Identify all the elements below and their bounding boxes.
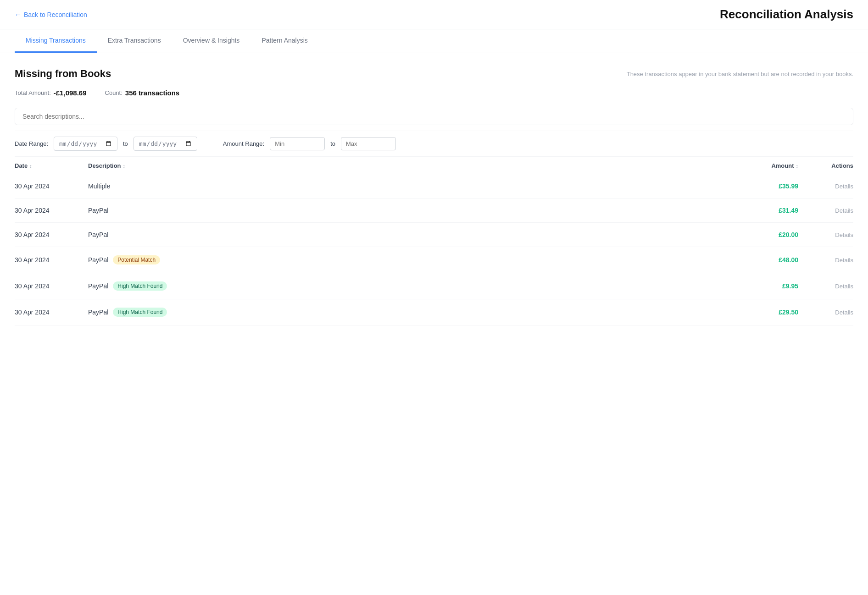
- cell-amount: £48.00: [725, 256, 798, 264]
- high-match-badge: High Match Found: [113, 281, 167, 291]
- amount-max-input[interactable]: [341, 137, 396, 150]
- cell-amount: £29.50: [725, 309, 798, 316]
- description-text: PayPal: [88, 256, 108, 264]
- total-amount-item: Total Amount: -£1,098.69: [15, 89, 87, 97]
- section-description: These transactions appear in your bank s…: [627, 68, 853, 77]
- table-row: 30 Apr 2024 Multiple £35.99 Details: [15, 174, 853, 198]
- description-text: PayPal: [88, 282, 108, 290]
- search-container: [15, 108, 853, 125]
- table-row: 30 Apr 2024 PayPal High Match Found £9.9…: [15, 273, 853, 299]
- amount-range-to-text: to: [330, 140, 335, 147]
- tab-missing-transactions[interactable]: Missing Transactions: [15, 29, 97, 53]
- total-amount-value: -£1,098.69: [54, 89, 87, 97]
- details-button[interactable]: Details: [798, 207, 853, 214]
- col-header-amount[interactable]: Amount ↕: [725, 162, 798, 169]
- cell-description: PayPal: [88, 207, 725, 214]
- table-container: Date ↕ Description ↕ Amount ↕ Actions 30…: [15, 157, 853, 325]
- cell-amount: £35.99: [725, 182, 798, 190]
- cell-date: 30 Apr 2024: [15, 207, 88, 214]
- tab-extra-transactions[interactable]: Extra Transactions: [97, 29, 172, 53]
- filters-row: Date Range: to Amount Range: to: [15, 131, 853, 157]
- description-text: Multiple: [88, 182, 110, 190]
- cell-date: 30 Apr 2024: [15, 282, 88, 290]
- amount-min-input[interactable]: [270, 137, 325, 150]
- description-sort-icon: ↕: [123, 163, 126, 169]
- potential-match-badge: Potential Match: [113, 255, 160, 264]
- cell-description: PayPal: [88, 231, 725, 238]
- table-row: 30 Apr 2024 PayPal Potential Match £48.0…: [15, 247, 853, 273]
- cell-date: 30 Apr 2024: [15, 256, 88, 264]
- total-amount-label: Total Amount:: [15, 89, 51, 96]
- back-link-label: Back to Reconciliation: [24, 11, 87, 18]
- tab-pattern-analysis[interactable]: Pattern Analysis: [250, 29, 318, 53]
- col-header-description[interactable]: Description ↕: [88, 162, 725, 169]
- table-row: 30 Apr 2024 PayPal £31.49 Details: [15, 198, 853, 223]
- cell-date: 30 Apr 2024: [15, 309, 88, 316]
- count-label: Count:: [105, 89, 122, 96]
- date-range-label: Date Range:: [15, 140, 48, 147]
- date-sort-icon: ↕: [29, 163, 32, 169]
- tabs-container: Missing Transactions Extra Transactions …: [0, 29, 868, 53]
- table-row: 30 Apr 2024 PayPal High Match Found £29.…: [15, 299, 853, 325]
- back-arrow-icon: ←: [15, 11, 21, 18]
- cell-date: 30 Apr 2024: [15, 231, 88, 238]
- high-match-badge: High Match Found: [113, 308, 167, 317]
- summary-row: Total Amount: -£1,098.69 Count: 356 tran…: [15, 89, 853, 97]
- cell-description: PayPal Potential Match: [88, 255, 725, 264]
- details-button[interactable]: Details: [798, 257, 853, 264]
- count-item: Count: 356 transactions: [105, 89, 180, 97]
- top-bar: ← Back to Reconciliation Reconciliation …: [0, 0, 868, 29]
- description-text: PayPal: [88, 207, 108, 214]
- amount-range-label: Amount Range:: [223, 140, 264, 147]
- table-header: Date ↕ Description ↕ Amount ↕ Actions: [15, 157, 853, 174]
- col-header-date[interactable]: Date ↕: [15, 162, 88, 169]
- main-content: Missing from Books These transactions ap…: [0, 53, 868, 340]
- cell-description: PayPal High Match Found: [88, 281, 725, 291]
- section-header: Missing from Books These transactions ap…: [15, 68, 853, 80]
- details-button[interactable]: Details: [798, 309, 853, 316]
- section-title: Missing from Books: [15, 68, 111, 80]
- back-link[interactable]: ← Back to Reconciliation: [15, 11, 87, 18]
- cell-amount: £31.49: [725, 207, 798, 214]
- search-input[interactable]: [15, 108, 853, 125]
- cell-date: 30 Apr 2024: [15, 182, 88, 190]
- description-text: PayPal: [88, 231, 108, 238]
- table-body: 30 Apr 2024 Multiple £35.99 Details 30 A…: [15, 174, 853, 325]
- col-header-actions: Actions: [798, 162, 853, 169]
- cell-amount: £9.95: [725, 282, 798, 290]
- cell-description: PayPal High Match Found: [88, 308, 725, 317]
- tab-overview-insights[interactable]: Overview & Insights: [172, 29, 251, 53]
- page-title: Reconciliation Analysis: [720, 7, 853, 22]
- count-value: 356 transactions: [125, 89, 179, 97]
- table-row: 30 Apr 2024 PayPal £20.00 Details: [15, 223, 853, 247]
- details-button[interactable]: Details: [798, 283, 853, 290]
- date-from-input[interactable]: [54, 137, 117, 151]
- description-text: PayPal: [88, 309, 108, 316]
- cell-amount: £20.00: [725, 231, 798, 238]
- cell-description: Multiple: [88, 182, 725, 190]
- date-to-input[interactable]: [134, 137, 197, 151]
- date-range-to-text: to: [123, 140, 128, 147]
- details-button[interactable]: Details: [798, 231, 853, 238]
- details-button[interactable]: Details: [798, 183, 853, 190]
